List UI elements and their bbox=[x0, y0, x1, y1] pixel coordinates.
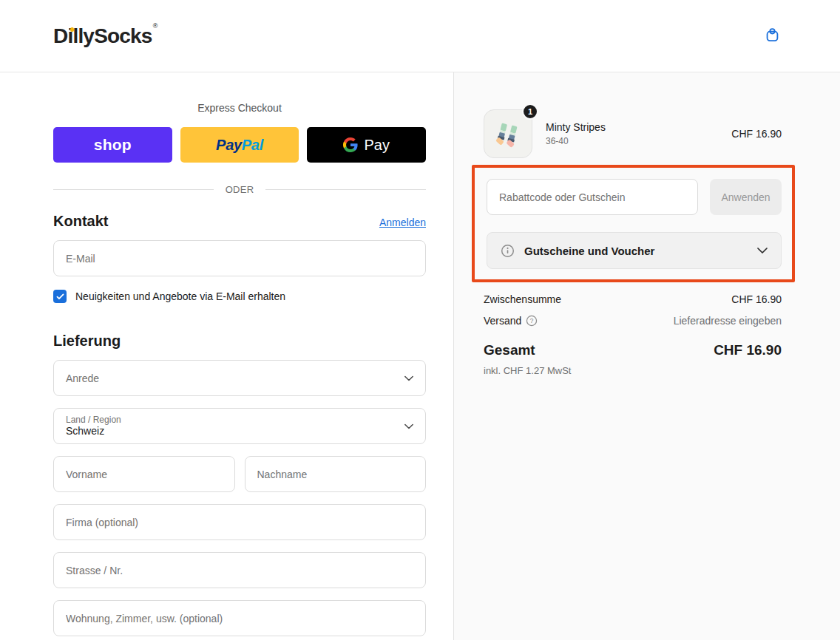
cart-line-item: 1 Minty Stripes 36-40 CHF 16.90 bbox=[484, 109, 782, 158]
shipping-label: Versand bbox=[484, 315, 521, 327]
company-field[interactable] bbox=[53, 504, 426, 540]
express-checkout-buttons: shop PayPal Pay bbox=[53, 127, 426, 163]
google-g-icon bbox=[343, 137, 358, 152]
shipping-title: Lieferung bbox=[53, 333, 426, 350]
salutation-select[interactable]: Anrede bbox=[53, 360, 426, 396]
paypal-logo: PayPal bbox=[216, 137, 263, 154]
country-select-value: Schweiz bbox=[66, 425, 396, 438]
subtotal-row: Zwischensumme CHF 16.90 bbox=[484, 293, 782, 305]
chevron-down-icon bbox=[404, 375, 413, 381]
company-field-block bbox=[53, 504, 426, 540]
apply-discount-button[interactable]: Anwenden bbox=[710, 179, 782, 215]
quantity-badge: 1 bbox=[522, 103, 538, 120]
order-summary-pane: 1 Minty Stripes 36-40 CHF 16.90 Anwenden bbox=[453, 72, 840, 640]
first-name-field[interactable] bbox=[53, 456, 235, 492]
voucher-label: Gutscheine und Voucher bbox=[524, 245, 748, 257]
logo-yellow-dot bbox=[70, 27, 75, 32]
country-select-label: Land / Region bbox=[66, 415, 396, 425]
tax-note: inkl. CHF 1.27 MwSt bbox=[484, 365, 782, 376]
shipping-value: Lieferadresse eingeben bbox=[674, 315, 782, 327]
grand-total-row: Gesamt CHF 16.90 bbox=[484, 342, 782, 358]
last-name-field[interactable] bbox=[245, 456, 427, 492]
cart-bag-button[interactable] bbox=[764, 27, 781, 46]
product-variant: 36-40 bbox=[546, 136, 718, 146]
shop-pay-button[interactable]: shop bbox=[53, 127, 172, 163]
or-divider: ODER bbox=[53, 184, 426, 195]
shopping-bag-icon bbox=[764, 27, 781, 46]
product-price: CHF 16.90 bbox=[731, 128, 782, 140]
paypal-button[interactable]: PayPal bbox=[180, 127, 299, 163]
login-link[interactable]: Anmelden bbox=[379, 217, 426, 228]
highlight-annotation: Anwenden Gutscheine und Voucher bbox=[472, 165, 795, 282]
google-pay-button[interactable]: Pay bbox=[307, 127, 426, 163]
divider-line bbox=[53, 189, 214, 190]
product-info: Minty Stripes 36-40 bbox=[546, 121, 718, 146]
express-checkout-title: Express Checkout bbox=[53, 102, 426, 114]
google-pay-label: Pay bbox=[364, 137, 389, 154]
apartment-field-block bbox=[53, 600, 426, 636]
grand-total-value: CHF 16.90 bbox=[714, 342, 782, 358]
shop-pay-logo: shop bbox=[94, 136, 132, 154]
discount-code-input[interactable] bbox=[487, 179, 698, 215]
name-fields-row bbox=[53, 456, 426, 492]
svg-text:?: ? bbox=[530, 317, 534, 324]
product-image bbox=[490, 116, 526, 152]
product-thumbnail: 1 bbox=[484, 109, 532, 158]
divider-text: ODER bbox=[226, 184, 254, 195]
subtotal-label: Zwischensumme bbox=[484, 293, 561, 305]
chevron-down-icon bbox=[404, 423, 413, 429]
registered-trademark: ® bbox=[153, 22, 158, 30]
chevron-down-icon bbox=[757, 248, 768, 253]
store-logo-text: DillySocks bbox=[53, 24, 152, 47]
street-field[interactable] bbox=[53, 552, 426, 588]
checkout-form-pane: Express Checkout shop PayPal bbox=[0, 72, 453, 640]
newsletter-checkbox[interactable] bbox=[53, 290, 67, 303]
product-name: Minty Stripes bbox=[546, 121, 718, 133]
contact-section-head: Kontakt Anmelden bbox=[53, 213, 426, 230]
grand-total-label: Gesamt bbox=[484, 342, 535, 358]
newsletter-row: Neuigkeiten und Angebote via E-Mail erha… bbox=[53, 290, 426, 303]
newsletter-label: Neuigkeiten und Angebote via E-Mail erha… bbox=[75, 290, 285, 302]
checkout-main: Express Checkout shop PayPal bbox=[0, 72, 840, 640]
help-icon[interactable]: ? bbox=[526, 315, 538, 327]
discount-row: Anwenden bbox=[487, 179, 782, 215]
street-field-block bbox=[53, 552, 426, 588]
country-select[interactable]: Land / Region Schweiz bbox=[53, 408, 426, 444]
email-field[interactable] bbox=[53, 240, 426, 276]
subtotal-value: CHF 16.90 bbox=[731, 293, 782, 305]
contact-title: Kontakt bbox=[53, 213, 108, 230]
totals-section: Zwischensumme CHF 16.90 Versand ? Liefer… bbox=[484, 293, 782, 376]
divider-line bbox=[265, 189, 426, 190]
store-logo[interactable]: DillySocks® bbox=[53, 24, 157, 48]
checkout-header: DillySocks® bbox=[0, 0, 840, 72]
info-icon bbox=[501, 244, 515, 258]
shipping-row: Versand ? Lieferadresse eingeben bbox=[484, 315, 782, 327]
voucher-accordion[interactable]: Gutscheine und Voucher bbox=[487, 232, 782, 269]
apartment-field[interactable] bbox=[53, 600, 426, 636]
